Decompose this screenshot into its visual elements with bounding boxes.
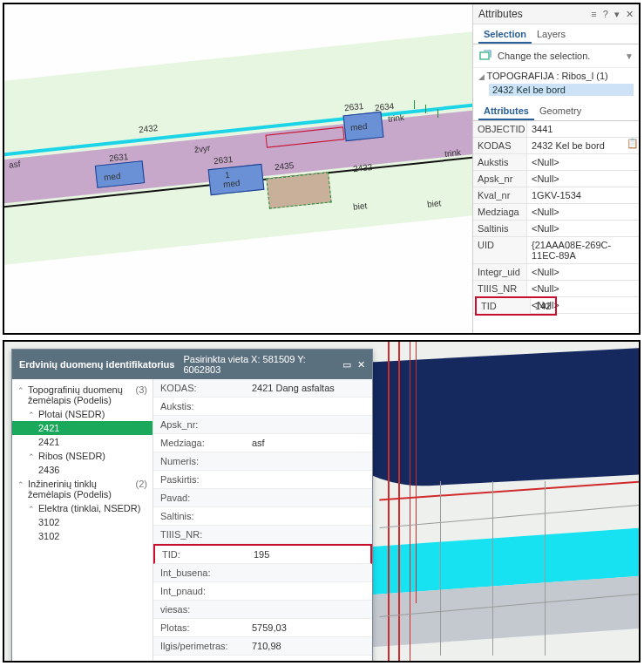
attribute-row[interactable]: Integr_uid<Null> <box>473 264 639 281</box>
identify-key: viesas: <box>153 601 245 618</box>
identify-value <box>245 416 372 433</box>
identify-row[interactable]: KODAS:2421 Dang asfaltas <box>153 379 372 398</box>
identify-row[interactable]: Aukstis: <box>153 398 372 416</box>
close-icon[interactable]: ✕ <box>357 359 365 370</box>
identify-row[interactable]: Medziaga:asf <box>153 434 372 452</box>
pin-icon[interactable]: ▾ <box>614 9 620 19</box>
feature-tree: ◢ TOPOGRAFIJA : Ribos_l (1) 2432 Kel be … <box>473 68 639 98</box>
identify-key: Pavad: <box>153 489 245 506</box>
identify-value <box>245 471 372 488</box>
tree-leaf[interactable]: 3102 <box>12 515 153 529</box>
attr-value[interactable]: {21AAA08E-269C-11EC-89A <box>527 237 639 263</box>
tab-selection[interactable]: Selection <box>478 26 532 44</box>
identify-row[interactable]: Numeris: <box>153 452 372 471</box>
identify-row[interactable]: TIIIS_NR: <box>153 526 372 544</box>
tree-leaf-selected[interactable]: 2421 <box>12 421 153 435</box>
identify-key: Ilgis/perimetras: <box>153 637 245 655</box>
attr-value[interactable]: <Null> <box>527 264 639 280</box>
attr-value[interactable]: <Null> <box>527 221 639 236</box>
tree-group[interactable]: ⌃Topografinių duomenų žemėlapis (Podelis… <box>12 383 153 407</box>
attr-key: TID <box>477 298 531 314</box>
attribute-row[interactable]: OBJECTID3441 <box>473 121 639 138</box>
tree-feature-node[interactable]: 2432 Kel be bord <box>489 84 634 96</box>
tree-group[interactable]: ⌃Inžinerinių tinklų žemėlapis (Podelis)(… <box>12 477 153 501</box>
identify-row[interactable]: Priedai: <box>153 656 372 661</box>
attr-value[interactable]: 2432 Kel be bord <box>527 138 627 153</box>
map-label: 2432 <box>352 162 372 173</box>
attribute-row[interactable]: Aukstis<Null> <box>473 154 639 171</box>
attr-value[interactable]: 3441 <box>527 121 639 137</box>
tree-subgroup[interactable]: ⌃Plotai (NSEDR) <box>12 407 153 421</box>
map-red-line <box>398 342 400 661</box>
help-icon[interactable]: ? <box>603 9 608 19</box>
maximize-icon[interactable]: ▭ <box>342 359 351 370</box>
identify-row[interactable]: TID:195 <box>153 544 372 564</box>
attribute-row[interactable]: Kval_nr1GKV-1534 <box>473 187 639 204</box>
attribute-row[interactable]: Medziaga<Null> <box>473 204 639 221</box>
attr-key: OBJECTID <box>473 121 527 137</box>
map-label: trink <box>387 112 404 124</box>
chevron-down-icon[interactable]: ▼ <box>625 51 634 61</box>
identify-key: Medziaga: <box>153 434 245 452</box>
map-grey-line <box>545 481 546 656</box>
attr-value[interactable]: 142 <box>531 298 555 314</box>
attr-value[interactable]: <Null> <box>527 204 639 220</box>
identify-row[interactable]: Int_pnaud: <box>153 582 372 601</box>
tree-leaf[interactable]: 2421 <box>12 435 153 449</box>
identify-results-panel: Erdvinių duomenų identifikatorius Pasiri… <box>11 349 373 661</box>
attr-key: Kval_nr <box>473 187 527 203</box>
gis-map-canvas-top[interactable]: 2432 žvyr 2631 med 1 med asf biet biet 2… <box>4 4 472 333</box>
top-frame: 2432 žvyr 2631 med 1 med asf biet biet 2… <box>3 3 641 335</box>
identify-grid: KODAS:2421 Dang asfaltasAukstis:Apsk_nr:… <box>153 379 372 661</box>
identify-key: Int_pnaud: <box>153 582 245 600</box>
tree-leaf[interactable]: 2436 <box>12 463 153 477</box>
map-label: 2631 <box>108 152 128 163</box>
attribute-row[interactable]: KODAS2432 Kel be bord📋 <box>473 138 639 154</box>
tab-layers[interactable]: Layers <box>532 26 571 44</box>
close-icon[interactable]: ✕ <box>626 9 634 19</box>
identify-row[interactable]: viesas: <box>153 601 372 619</box>
tree-subgroup[interactable]: ⌃Elektra (tinklai, NSEDR) <box>12 501 153 515</box>
tree-leaf[interactable]: 3102 <box>12 529 153 543</box>
attribute-subtabs: Attributes Geometry <box>473 103 639 121</box>
identify-row[interactable]: Paskirtis: <box>153 471 372 489</box>
map-grey-line <box>492 481 493 656</box>
panel-header: Attributes ≡ ? ▾ ✕ <box>473 4 639 24</box>
gis-map-canvas-bottom[interactable]: Erdvinių duomenų identifikatorius Pasiri… <box>4 342 639 661</box>
tree-layer-node[interactable]: ◢ TOPOGRAFIJA : Ribos_l (1) <box>478 70 634 82</box>
attribute-row[interactable]: UID{21AAA08E-269C-11EC-89A <box>473 237 639 264</box>
identify-row[interactable]: Saltinis: <box>153 507 372 526</box>
change-selection-row[interactable]: Change the selection. ▼ <box>473 44 639 68</box>
tree-subgroup[interactable]: ⌃Ribos (NSEDR) <box>12 449 153 463</box>
attr-value[interactable]: <Null> <box>527 171 639 187</box>
map-vegetation-tick <box>414 100 415 109</box>
attribute-row[interactable]: Saltinis<Null> <box>473 221 639 237</box>
attr-value[interactable]: 1GKV-1534 <box>527 187 639 203</box>
map-label: med <box>349 121 367 133</box>
attribute-grid: OBJECTID3441KODAS2432 Kel be bord📋Auksti… <box>473 121 639 333</box>
identify-row[interactable]: Pavad: <box>153 489 372 507</box>
identify-row[interactable]: Int_busena: <box>153 564 372 582</box>
identify-key: Numeris: <box>153 452 245 470</box>
attributes-panel: Attributes ≡ ? ▾ ✕ Selection Layers Chan… <box>472 4 639 333</box>
attribute-row[interactable]: TIIIS_NR<Null> <box>473 281 639 297</box>
identify-row[interactable]: Plotas:5759,03 <box>153 619 372 637</box>
identify-row[interactable]: Ilgis/perimetras:710,98 <box>153 637 372 656</box>
subtab-geometry[interactable]: Geometry <box>534 103 586 120</box>
identify-row[interactable]: Apsk_nr: <box>153 416 372 434</box>
attribute-row[interactable]: TID142 <box>475 296 557 316</box>
attribute-row[interactable]: Apsk_nr<Null> <box>473 171 639 187</box>
identify-value: 710,98 <box>245 637 372 655</box>
subtab-attributes[interactable]: Attributes <box>478 103 534 120</box>
identify-key: Apsk_nr: <box>153 416 245 433</box>
clipboard-icon[interactable]: 📋 <box>627 138 639 153</box>
attr-value[interactable]: <Null> <box>527 154 639 170</box>
map-label: biet <box>352 200 367 212</box>
map-label: 2432 <box>138 123 158 134</box>
attr-key: UID <box>473 237 527 263</box>
attr-value[interactable]: <Null> <box>527 281 639 296</box>
options-icon[interactable]: ≡ <box>591 9 596 19</box>
map-red-line <box>388 342 390 661</box>
identify-coordinates: Pasirinkta vieta X: 581509 Y: 6062803 <box>183 354 338 375</box>
identify-header[interactable]: Erdvinių duomenų identifikatorius Pasiri… <box>12 350 372 379</box>
